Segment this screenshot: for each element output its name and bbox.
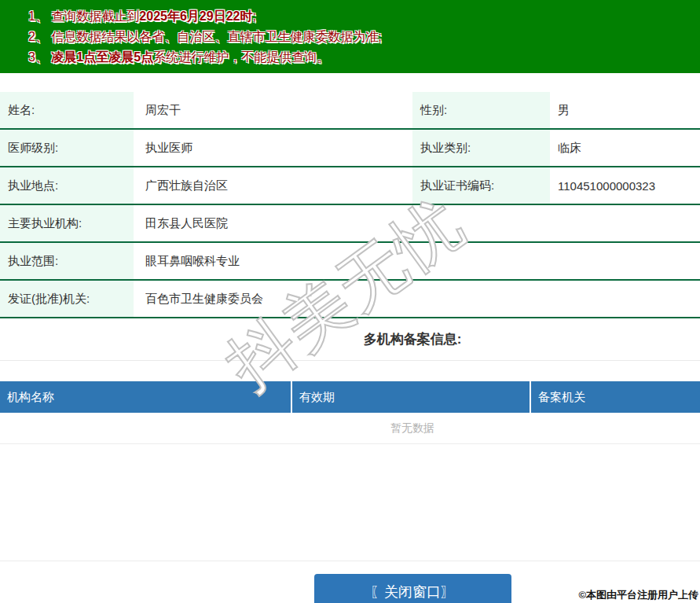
table-row: 主要执业机构: 田东县人民医院 [0, 205, 700, 243]
multi-org-section-title: 多机构备案信息: [0, 318, 700, 361]
column-header-filing-authority: 备案机关 [531, 381, 700, 413]
field-value-practice-location: 广西壮族自治区 [134, 167, 412, 204]
multi-org-table-header: 机构名称 有效期 备案机关 [0, 381, 700, 413]
field-label-issuing-authority: 发证(批准)机关: [0, 281, 134, 317]
notice-line-1-bold: 2025年6月29日22时 [139, 9, 252, 23]
empty-data-row: 暂无数据 [0, 413, 700, 444]
table-row: 发证(批准)机关: 百色市卫生健康委员会 [0, 281, 700, 318]
field-label-name: 姓名: [0, 92, 134, 128]
field-label-practice-category: 执业类别: [412, 130, 550, 166]
column-header-org-name: 机构名称 [0, 381, 292, 413]
field-value-doctor-level: 执业医师 [134, 130, 412, 166]
field-value-gender: 男 [550, 92, 700, 128]
table-row: 执业范围: 眼耳鼻咽喉科专业 [0, 243, 700, 281]
field-value-main-institution: 田东县人民医院 [134, 205, 700, 241]
multi-org-table: 机构名称 有效期 备案机关 暂无数据 [0, 381, 700, 444]
copyright-stamp: ©本图由平台注册用户上传 [578, 588, 698, 602]
table-row: 姓名: 周宏干 性别: 男 [0, 92, 700, 130]
page-container: 1、 查询数据截止到2025年6月29日22时; 2、 信息数据结果以各省、自治… [0, 0, 700, 603]
notice-line-3-bold: 凌晨1点至凌晨5点 [51, 50, 153, 64]
footer-divider [0, 561, 700, 561]
notice-line-1: 1、 查询数据截止到2025年6月29日22时; [28, 6, 700, 27]
field-label-certificate-no: 执业证书编码: [412, 167, 550, 204]
field-label-doctor-level: 医师级别: [0, 130, 134, 166]
notice-line-1-text: 1、 查询数据截止到 [28, 9, 139, 23]
field-value-practice-category: 临床 [550, 130, 700, 166]
field-label-gender: 性别: [412, 92, 550, 128]
field-value-practice-scope: 眼耳鼻咽喉科专业 [134, 243, 700, 279]
field-label-practice-location: 执业地点: [0, 167, 134, 204]
practitioner-info-table: 姓名: 周宏干 性别: 男 医师级别: 执业医师 执业类别: 临床 执业地点: … [0, 92, 700, 318]
notice-banner: 1、 查询数据截止到2025年6月29日22时; 2、 信息数据结果以各省、自治… [0, 0, 700, 73]
column-header-validity: 有效期 [292, 381, 531, 413]
notice-line-3: 3、 凌晨1点至凌晨5点系统进行维护，不能提供查询。 [28, 47, 700, 68]
notice-line-2: 2、 信息数据结果以各省、自治区、直辖市卫生健康委数据为准; [28, 27, 700, 47]
table-row: 医师级别: 执业医师 执业类别: 临床 [0, 130, 700, 167]
close-window-button[interactable]: 〖关闭窗口〗 [314, 574, 511, 603]
field-label-main-institution: 主要执业机构: [0, 205, 134, 241]
notice-line-1-tail: ; [252, 9, 255, 23]
table-row: 执业地点: 广西壮族自治区 执业证书编码: 110451000000323 [0, 167, 700, 205]
notice-line-3-text: 3、 [28, 50, 51, 64]
field-label-practice-scope: 执业范围: [0, 243, 134, 279]
field-value-issuing-authority: 百色市卫生健康委员会 [134, 281, 700, 317]
field-value-name: 周宏干 [134, 92, 412, 128]
notice-line-3-tail: 系统进行维护，不能提供查询。 [153, 50, 329, 64]
field-value-certificate-no: 110451000000323 [550, 167, 700, 204]
